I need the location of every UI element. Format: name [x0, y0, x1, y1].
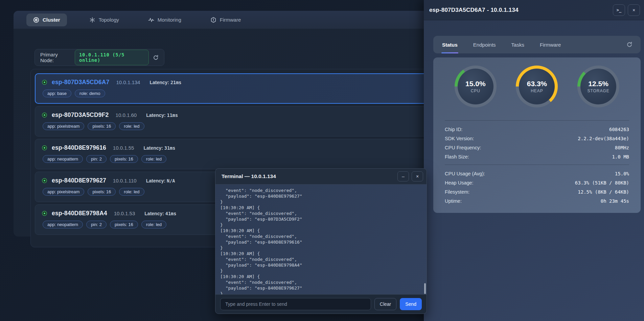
gauge-label: STORAGE — [587, 89, 609, 93]
node-tag: app: neopattern — [43, 221, 83, 228]
gauge-row: 15.0% CPU 63.3% HEAP 12.5% STORAGE — [445, 66, 629, 107]
node-tag: role: led — [119, 122, 144, 130]
node-tag: pin: 2 — [86, 155, 107, 163]
info-row: SDK Version: 2.2.2-dev(38a443e) — [445, 134, 629, 143]
panel-header: esp-807D3A5CD6A7 - 10.0.1.134 >_ × — [424, 0, 644, 20]
terminal-window: Terminal — 10.0.1.134 – × "event": "node… — [215, 168, 427, 314]
node-tag: role: led — [141, 221, 166, 228]
status-online-icon — [42, 113, 47, 118]
nav-tab-label: Topology — [99, 17, 119, 23]
node-tag: app: base — [43, 90, 71, 97]
node-name: esp-840D8E979616 — [52, 144, 106, 151]
divider — [445, 120, 629, 121]
info-value: 1.0 MB — [612, 154, 629, 159]
status-online-icon — [42, 178, 47, 183]
minimize-icon: – — [402, 174, 405, 179]
node-ip: 10.0.1.60 — [116, 112, 137, 118]
node-latency: Latency: 31ms — [143, 145, 175, 151]
heap-gauge: 63.3% HEAP — [516, 66, 558, 107]
open-terminal-button[interactable]: >_ — [613, 4, 625, 16]
tab-tasks[interactable]: Tasks — [511, 36, 525, 53]
tab-endpoints[interactable]: Endpoints — [473, 36, 497, 53]
usage-value: 12.5% (8KB / 64KB) — [578, 189, 629, 195]
info-row: Chip ID: 6084263 — [445, 125, 629, 134]
status-online-icon — [42, 80, 47, 85]
nav-tab-firmware[interactable]: Firmware — [204, 14, 248, 26]
terminal-prompt-icon: >_ — [617, 8, 621, 13]
node-ip: 10.0.1.110 — [113, 178, 137, 183]
usage-row: CPU Usage (Avg): 15.0% — [445, 169, 629, 178]
node-detail-panel: esp-807D3A5CD6A7 - 10.0.1.134 >_ × Statu… — [424, 0, 644, 321]
primary-node-badge: 10.0.1.110 (5/5 online) — [75, 50, 149, 65]
nav-tab-monitoring[interactable]: Monitoring — [141, 14, 188, 26]
node-name: esp-840D8E9798A4 — [52, 210, 107, 217]
node-ip: 10.0.1.134 — [116, 79, 140, 85]
tab-firmware[interactable]: Firmware — [539, 36, 562, 53]
gauge-label: HEAP — [531, 89, 543, 93]
send-button[interactable]: Send — [400, 298, 422, 310]
usage-label: Heap Usage: — [445, 180, 474, 186]
node-tag: role: demo — [75, 90, 105, 97]
usage-label: Uptime: — [445, 198, 462, 204]
node-tag: pixels: 16 — [110, 155, 138, 163]
terminal-close-button[interactable]: × — [412, 171, 423, 181]
panel-title: esp-807D3A5CD6A7 - 10.0.1.134 — [429, 7, 610, 14]
status-online-icon — [42, 211, 47, 216]
node-tag: role: led — [119, 188, 144, 196]
terminal-log: "event": "node_discovered", "payload": "… — [215, 184, 427, 294]
panel-tabs: Status Endpoints Tasks Firmware — [433, 36, 641, 53]
node-name: esp-840D8E979627 — [52, 177, 106, 184]
usage-label: CPU Usage (Avg): — [445, 171, 485, 176]
info-row: Flash Size: 1.0 MB — [445, 152, 629, 161]
node-tag: pin: 2 — [86, 221, 107, 228]
gauge-value: 15.0% — [465, 80, 486, 88]
cpu-gauge: 15.0% CPU — [455, 66, 497, 107]
info-label: Chip ID: — [445, 127, 462, 132]
usage-value: 63.3% (51KB / 80KB) — [575, 180, 629, 186]
node-tag: role: led — [141, 155, 166, 163]
storage-gauge: 12.5% STORAGE — [577, 66, 619, 107]
node-ip: 10.0.1.55 — [113, 145, 134, 151]
status-online-icon — [42, 145, 47, 150]
info-label: CPU Frequency: — [445, 145, 481, 150]
info-label: SDK Version: — [445, 136, 474, 141]
primary-refresh-button[interactable] — [153, 55, 159, 60]
usage-value: 0h 23m 45s — [601, 198, 629, 204]
close-icon: × — [416, 174, 419, 179]
primary-node-label: Primary Node: — [40, 52, 71, 63]
app-screen: Cluster Topology Monitoring Firmware Pri… — [0, 0, 644, 321]
cluster-icon — [33, 17, 39, 23]
nav-tab-cluster[interactable]: Cluster — [26, 14, 67, 26]
node-latency: Latency: 21ms — [150, 80, 181, 85]
info-value: 2.2.2-dev(38a443e) — [578, 136, 629, 141]
info-row: CPU Frequency: 80MHz — [445, 143, 629, 152]
node-tag: app: pixelstream — [43, 188, 84, 196]
gauge-value: 63.3% — [527, 80, 547, 88]
node-tag: app: pixelstream — [43, 122, 84, 130]
terminal-scrollbar[interactable] — [424, 283, 426, 294]
nav-tab-label: Cluster — [43, 17, 60, 23]
terminal-titlebar[interactable]: Terminal — 10.0.1.134 – × — [215, 169, 427, 184]
node-tag: pixels: 16 — [110, 221, 138, 228]
tab-status[interactable]: Status — [441, 36, 458, 53]
usage-row: Filesystem: 12.5% (8KB / 64KB) — [445, 187, 629, 196]
nav-tab-topology[interactable]: Topology — [83, 14, 126, 26]
info-label: Flash Size: — [445, 154, 469, 159]
terminal-command-input[interactable] — [220, 298, 371, 310]
terminal-title: Terminal — 10.0.1.134 — [222, 173, 395, 179]
gauge-value: 12.5% — [588, 80, 608, 88]
primary-node-card: Primary Node: 10.0.1.110 (5/5 online) — [34, 49, 164, 66]
node-latency: Latency: 41ms — [144, 211, 176, 216]
firmware-icon — [210, 17, 216, 23]
usage-label: Filesystem: — [445, 189, 469, 195]
terminal-minimize-button[interactable]: – — [397, 171, 409, 181]
clear-button[interactable]: Clear — [374, 298, 396, 310]
divider — [445, 165, 629, 165]
panel-refresh-button[interactable] — [626, 42, 632, 48]
terminal-output[interactable]: "event": "node_discovered", "payload": "… — [215, 184, 427, 294]
panel-close-button[interactable]: × — [628, 4, 640, 16]
info-value: 6084263 — [609, 127, 629, 132]
info-value: 80MHz — [615, 145, 629, 150]
usage-row: Uptime: 0h 23m 45s — [445, 196, 629, 205]
node-tag: pixels: 16 — [88, 188, 116, 196]
